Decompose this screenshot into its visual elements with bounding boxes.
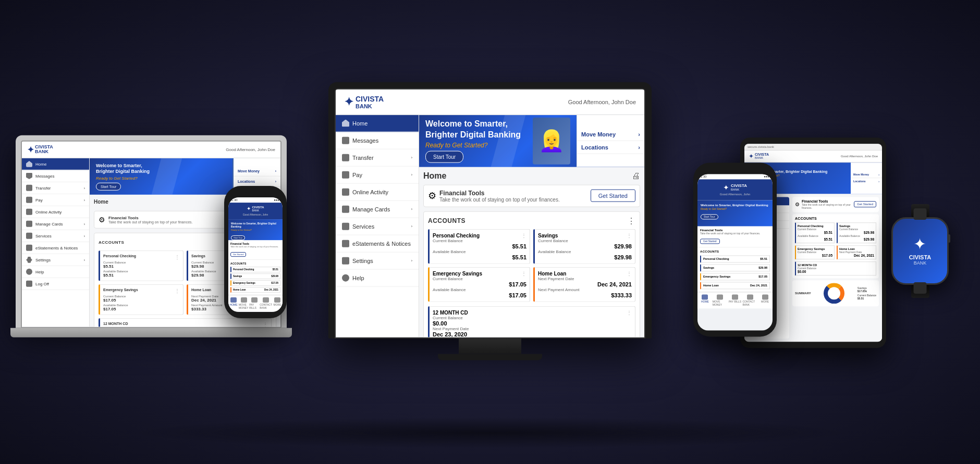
tablet-summary-label: SUMMARY <box>795 292 811 295</box>
phone-right-acc-1: Personal Checking $5.51 <box>700 255 770 262</box>
monitor-hero-button[interactable]: Start Tour <box>425 151 463 162</box>
monitor-logo: ✦ CIVISTA BANK <box>344 94 384 109</box>
laptop-hero-text: Welcome to Smarter, Brighter Digital Ban… <box>96 162 150 190</box>
monitor-page-title: Home <box>423 171 446 180</box>
phone-left-nav-more[interactable]: MORE <box>272 297 283 309</box>
monitor-nav-settings[interactable]: Settings › <box>336 252 419 269</box>
watch-brand-tagline: BANK <box>909 260 932 266</box>
monitor-nav-online-activity[interactable]: Online Activity <box>336 183 419 200</box>
tablet-acc-4: Home Loan Next Payment Date Dec 24, 2021 <box>837 245 876 259</box>
laptop-nav-home[interactable]: Home <box>22 158 89 170</box>
phone-left-header: ✦ CIVISTA BANK Good Afternoon, John <box>228 203 283 219</box>
phone-right-header: ✦ CIVISTA BANK Good Afternoon, John <box>697 179 773 200</box>
tablet-quick-actions: Move Money› Locations› <box>851 162 882 194</box>
tablet-quick-move-money[interactable]: Move Money› <box>851 171 882 178</box>
monitor-ft-get-started[interactable]: Get Started <box>591 190 635 202</box>
monitor-nav-transfer[interactable]: Transfer › <box>336 149 419 166</box>
phone-right-nav-contact[interactable]: CONTACT BANK <box>742 294 757 306</box>
monitor-account-name-4: Home Loan <box>538 270 566 276</box>
logout-icon <box>26 281 32 287</box>
phone-left-ft-btn[interactable]: Get Started <box>230 252 246 257</box>
monitor-quick-move-money[interactable]: Move Money › <box>577 128 644 141</box>
phone-left-nav-pay-bills[interactable]: PAY BILLS <box>249 297 260 309</box>
tablet-bank-header: ✦ CIVISTA BANK Good Afternoon, John Doe <box>744 151 882 162</box>
mobile-home-icon-r <box>702 294 708 299</box>
financial-tools-icon: ⚙ <box>99 216 105 224</box>
monitor-quick-locations[interactable]: Locations › <box>577 141 644 154</box>
monitor-accounts-header: ACCOUNTS ⋮ <box>428 216 635 225</box>
laptop-ft-title: Financial Tools <box>108 216 192 220</box>
laptop-nav-services[interactable]: Services › <box>22 230 89 242</box>
monitor-nav-services[interactable]: Services › <box>336 218 419 235</box>
monitor-account-dots-5[interactable]: ⋮ <box>627 309 632 315</box>
phone-left-nav-home[interactable]: HOME <box>228 297 239 309</box>
phone-left-screen: 1:30 ●●● ✦ CIVISTA BANK Good Afternoon, … <box>228 197 283 312</box>
monitor-accounts-menu-icon[interactable]: ⋮ <box>627 216 635 225</box>
hero-diagonal <box>152 158 182 195</box>
estatements-icon-monitor <box>342 240 349 247</box>
monitor-nav-messages[interactable]: Messages <box>336 132 419 149</box>
phone-right-device: 1:30 ●●● ✦ CIVISTA BANK Good Afternoon, … <box>693 162 777 336</box>
laptop-nav-logout[interactable]: Log Off <box>22 278 89 290</box>
phone-right-ft-btn[interactable]: Get Started <box>700 239 720 244</box>
laptop-hero-button[interactable]: Start Tour <box>96 183 121 191</box>
account-dots-1[interactable]: ⋮ <box>175 254 180 260</box>
account-dots-3[interactable]: ⋮ <box>175 288 180 294</box>
monitor-nav-estatements[interactable]: eStatements & Notices <box>336 235 419 252</box>
monitor-account-home-loan: Home Loan ⋮ Next Payment Date Dec 24, 20… <box>533 267 635 302</box>
phone-right-hero-btn[interactable]: Start Tour <box>701 214 718 219</box>
monitor-base <box>438 354 542 360</box>
monitor-nav-manage-cards[interactable]: Manage Cards › <box>336 200 419 218</box>
tablet-quick-locations[interactable]: Locations› <box>851 178 882 184</box>
monitor-account-emergency-savings: Emergency Savings ⋮ Current Balance $17.… <box>428 267 530 302</box>
tablet-content-right: ⚙ Financial Tools Take the work out of s… <box>792 197 879 338</box>
tablet-financial-tools: ⚙ Financial Tools Take the work out of s… <box>792 197 879 212</box>
monitor-account-dots-2[interactable]: ⋮ <box>627 232 632 238</box>
monitor-nav-help[interactable]: Help <box>336 269 419 286</box>
phone-right-acc-4: Home Loan Dec 24, 2021 <box>700 282 770 289</box>
monitor-account-dots-3[interactable]: ⋮ <box>521 270 526 276</box>
phone-right-tagline: BANK <box>731 188 747 191</box>
laptop-nav-messages[interactable]: Messages <box>22 170 89 182</box>
mobile-contact-icon <box>263 297 269 303</box>
monitor-print-icon[interactable]: 🖨 <box>632 171 640 180</box>
laptop-quick-move-money[interactable]: Move Money › <box>234 166 280 177</box>
phone-left-hero-btn[interactable]: Start Tour <box>231 235 245 240</box>
phone-left-device: 1:30 ●●● ✦ CIVISTA BANK Good Afternoon, … <box>224 186 287 318</box>
watch-device: ✦ CIVISTA BANK <box>891 204 949 298</box>
phone-right-frame: 1:30 ●●● ✦ CIVISTA BANK Good Afternoon, … <box>693 162 777 336</box>
laptop-nav-manage-cards[interactable]: Manage Cards › <box>22 218 89 230</box>
monitor-ft-desc: Take the work out of staying on top of y… <box>439 196 560 202</box>
online-activity-icon <box>26 209 32 215</box>
phone-right-nav-move-money[interactable]: MOVE MONEY <box>713 294 728 306</box>
phone-left-acc-1: Personal Checking $5.51 <box>230 267 280 272</box>
monitor-account-dots-1[interactable]: ⋮ <box>521 232 526 238</box>
monitor-ft-icon: ⚙ <box>428 190 436 202</box>
laptop-ft-desc: Take the work out of staying on top of y… <box>108 220 192 224</box>
laptop-nav-settings[interactable]: Settings › <box>22 254 89 266</box>
phone-right-hero-title: Welcome to Smarter, Brighter Digital Ban… <box>701 203 769 207</box>
laptop-nav-online-activity[interactable]: Online Activity <box>22 206 89 218</box>
phone-right-nav-home[interactable]: HOME <box>697 294 713 306</box>
monitor-nav-home[interactable]: Home <box>336 115 419 132</box>
monitor-hero-person: 👱‍♀️ <box>538 129 565 153</box>
help-icon <box>26 269 32 275</box>
laptop-nav-help[interactable]: Help <box>22 266 89 278</box>
tablet-browser-url: secure.civista.bank <box>748 145 774 148</box>
monitor-account-name-5: 12 MONTH CD <box>433 309 468 315</box>
account-dots-5[interactable]: ⋮ <box>263 322 268 327</box>
tablet-ft-btn[interactable]: Get Started <box>854 201 876 207</box>
laptop-nav-estatements[interactable]: eStatements & Notices <box>22 242 89 254</box>
laptop-nav-transfer[interactable]: Transfer › <box>22 182 89 194</box>
phone-right-financial-tools: Financial Tools Take the work out of sta… <box>697 226 773 247</box>
phone-left-nav-contact[interactable]: CONTACT BANK <box>260 297 272 309</box>
laptop-base <box>10 328 292 337</box>
phone-left-nav-move-money[interactable]: MOVE MONEY <box>239 297 249 309</box>
laptop-nav-pay[interactable]: Pay › <box>22 194 89 206</box>
monitor-frame: ✦ CIVISTA BANK Good Afternoon, John Doe <box>328 82 652 338</box>
phone-right-nav-more[interactable]: MORE <box>757 294 773 306</box>
monitor-nav-pay[interactable]: Pay › <box>336 166 419 183</box>
monitor-account-dots-4[interactable]: ⋮ <box>627 270 632 276</box>
phone-left-signal: ●●● <box>274 198 279 202</box>
phone-right-nav-pay-bills[interactable]: PAY BILLS <box>728 294 743 306</box>
